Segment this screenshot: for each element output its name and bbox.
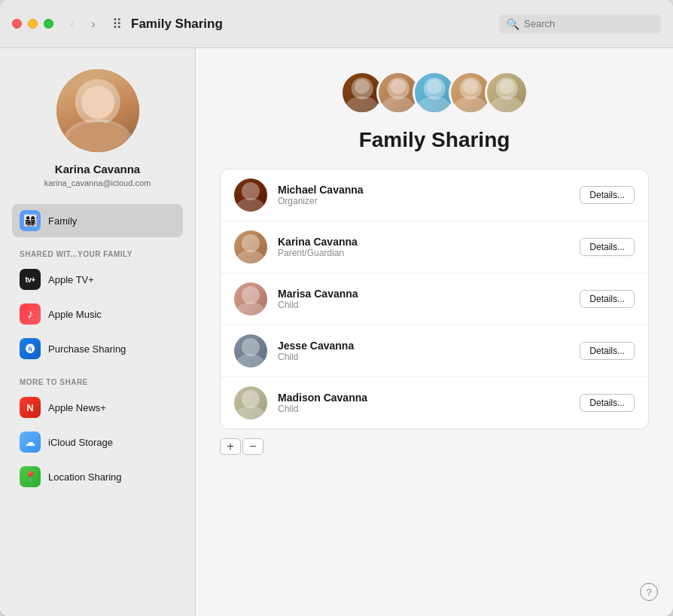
member-avatar-5 bbox=[234, 386, 267, 419]
search-bar[interactable]: 🔍 bbox=[499, 14, 661, 34]
details-button-2[interactable]: Details... bbox=[580, 238, 635, 256]
purchasesharing-icon: 🅐 bbox=[20, 338, 41, 359]
sidebar-item-family-label: Family bbox=[48, 215, 77, 227]
member-name-1: Michael Cavanna bbox=[278, 184, 569, 196]
member-name-3: Marisa Cavanna bbox=[278, 288, 569, 300]
member-role-3: Child bbox=[278, 300, 569, 310]
family-avatar-2 bbox=[376, 71, 420, 114]
table-row: Jesse Cavanna Child Details... bbox=[221, 325, 648, 377]
family-icon: 👨‍👩‍👧‍👦 bbox=[20, 210, 41, 231]
member-role-2: Parent/Guardian bbox=[278, 248, 569, 258]
window-title: Family Sharing bbox=[131, 17, 499, 32]
appletv-icon: tv+ bbox=[20, 269, 41, 290]
user-name: Karina Cavanna bbox=[55, 163, 140, 175]
table-row: Marisa Cavanna Child Details... bbox=[221, 273, 648, 325]
icloud-icon: ☁ bbox=[20, 432, 41, 453]
family-avatar-4 bbox=[449, 71, 492, 114]
user-email: karina_cavanna@icloud.com bbox=[44, 178, 151, 188]
details-button-4[interactable]: Details... bbox=[580, 342, 635, 360]
search-input[interactable] bbox=[524, 18, 644, 29]
family-avatar-1 bbox=[340, 71, 384, 114]
location-icon: 📍 bbox=[20, 466, 41, 487]
member-role-5: Child bbox=[278, 404, 569, 414]
member-role-4: Child bbox=[278, 352, 569, 362]
sidebar-item-applemusic[interactable]: ♪ Apple Music bbox=[12, 297, 183, 331]
search-icon: 🔍 bbox=[507, 18, 519, 30]
sidebar-item-purchasesharing-label: Purchase Sharing bbox=[48, 343, 126, 355]
forward-button[interactable]: › bbox=[85, 16, 102, 32]
member-info-1: Michael Cavanna Organizer bbox=[278, 184, 569, 206]
table-row: Madison Cavanna Child Details... bbox=[221, 377, 648, 428]
member-avatar-2 bbox=[234, 230, 267, 264]
bottom-controls: + − bbox=[220, 438, 263, 455]
details-button-1[interactable]: Details... bbox=[580, 186, 635, 204]
member-name-4: Jesse Cavanna bbox=[278, 340, 569, 352]
sidebar-item-applenews-label: Apple News+ bbox=[48, 402, 106, 413]
close-button[interactable] bbox=[12, 19, 22, 29]
grid-icon[interactable]: ⠿ bbox=[112, 16, 122, 32]
sidebar-item-icloud[interactable]: ☁ iCloud Storage bbox=[12, 425, 183, 459]
member-avatar-3 bbox=[234, 282, 267, 316]
sidebar: Karina Cavanna karina_cavanna@icloud.com… bbox=[0, 48, 196, 616]
family-avatar-5 bbox=[485, 71, 528, 114]
maximize-button[interactable] bbox=[44, 19, 53, 29]
table-row: Karina Cavanna Parent/Guardian Details..… bbox=[221, 221, 648, 273]
back-button[interactable]: ‹ bbox=[64, 16, 81, 32]
content-area: Karina Cavanna karina_cavanna@icloud.com… bbox=[0, 48, 673, 616]
sidebar-main-section: 👨‍👩‍👧‍👦 Family bbox=[12, 204, 183, 239]
members-list: Michael Cavanna Organizer Details... Kar… bbox=[220, 169, 649, 429]
traffic-lights bbox=[12, 19, 53, 29]
details-button-5[interactable]: Details... bbox=[580, 394, 635, 412]
remove-member-button[interactable]: − bbox=[242, 438, 263, 455]
family-avatars bbox=[340, 71, 528, 114]
member-name-5: Madison Cavanna bbox=[278, 392, 569, 404]
member-role-1: Organizer bbox=[278, 196, 569, 206]
add-member-button[interactable]: + bbox=[220, 438, 241, 455]
main-title: Family Sharing bbox=[359, 128, 510, 152]
minimize-button[interactable] bbox=[28, 19, 38, 29]
sidebar-item-icloud-label: iCloud Storage bbox=[48, 437, 113, 448]
sidebar-item-appletv-label: Apple TV+ bbox=[48, 274, 94, 285]
main-panel: Family Sharing Michael Cavanna Organizer… bbox=[196, 48, 673, 616]
table-row: Michael Cavanna Organizer Details... bbox=[221, 169, 648, 221]
applenews-icon: N bbox=[20, 397, 41, 418]
sidebar-item-purchasesharing[interactable]: 🅐 Purchase Sharing bbox=[12, 332, 183, 365]
nav-arrows: ‹ › bbox=[64, 16, 102, 32]
help-button[interactable]: ? bbox=[640, 583, 658, 601]
sidebar-item-applenews[interactable]: N Apple News+ bbox=[12, 391, 183, 424]
sidebar-item-family[interactable]: 👨‍👩‍👧‍👦 Family bbox=[12, 204, 183, 237]
user-avatar-image bbox=[56, 69, 139, 152]
shared-section-label: SHARED WIT...YOUR FAMILY bbox=[20, 250, 132, 258]
sidebar-more-section: MORE TO SHARE N Apple News+ ☁ iCloud Sto… bbox=[12, 367, 183, 495]
user-avatar bbox=[56, 69, 139, 152]
sidebar-item-location-label: Location Sharing bbox=[48, 471, 122, 483]
sidebar-item-applemusic-label: Apple Music bbox=[48, 309, 102, 320]
details-button-3[interactable]: Details... bbox=[580, 290, 635, 308]
member-avatar-1 bbox=[234, 178, 267, 212]
member-info-5: Madison Cavanna Child bbox=[278, 392, 569, 414]
main-window: ‹ › ⠿ Family Sharing 🔍 Karina Cavanna ka… bbox=[0, 0, 673, 616]
member-info-2: Karina Cavanna Parent/Guardian bbox=[278, 236, 569, 258]
more-section-label: MORE TO SHARE bbox=[20, 378, 88, 386]
sidebar-item-appletv[interactable]: tv+ Apple TV+ bbox=[12, 263, 183, 296]
member-avatar-4 bbox=[234, 334, 267, 367]
member-info-4: Jesse Cavanna Child bbox=[278, 340, 569, 362]
family-avatar-3 bbox=[413, 71, 456, 114]
shared-section-divider: SHARED WIT...YOUR FAMILY bbox=[12, 239, 183, 263]
titlebar: ‹ › ⠿ Family Sharing 🔍 bbox=[0, 0, 673, 48]
member-info-3: Marisa Cavanna Child bbox=[278, 288, 569, 310]
member-name-2: Karina Cavanna bbox=[278, 236, 569, 248]
applemusic-icon: ♪ bbox=[20, 303, 41, 325]
sidebar-shared-section: SHARED WIT...YOUR FAMILY tv+ Apple TV+ ♪… bbox=[12, 239, 183, 367]
more-section-divider: MORE TO SHARE bbox=[12, 367, 183, 391]
sidebar-item-location[interactable]: 📍 Location Sharing bbox=[12, 460, 183, 493]
